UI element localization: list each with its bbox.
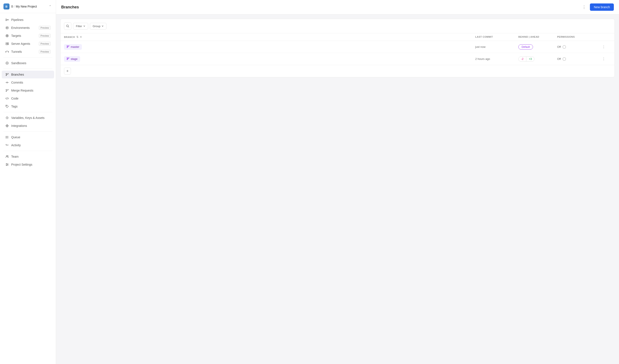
sidebar-item-code[interactable]: Code [2, 94, 54, 102]
sidebar: B B / My New Project ⌃ Pipelines [0, 0, 56, 364]
server-agents-badge: Preview [39, 42, 51, 46]
svg-point-20 [6, 75, 7, 76]
svg-point-47 [7, 156, 8, 156]
stage-behind-ahead: -2 +3 [518, 56, 557, 62]
toolbar: Filter Group [61, 19, 615, 33]
master-permissions-off: Off [557, 45, 561, 48]
expand-button[interactable]: ⌃ [48, 4, 52, 10]
ahead-number: +3 [526, 57, 535, 61]
pipelines-label: Pipelines [11, 18, 24, 22]
svg-point-11 [7, 36, 7, 36]
tunnels-badge: Preview [39, 50, 51, 54]
branch-git-icon [67, 45, 70, 49]
sidebar-item-variables[interactable]: Variables, Keys & Assets [2, 114, 54, 122]
tunnels-icon [5, 50, 9, 54]
svg-rect-44 [6, 137, 6, 137]
svg-line-55 [68, 27, 69, 27]
sidebar-item-environments[interactable]: Environments Preview [2, 24, 54, 32]
sidebar-item-sandboxes[interactable]: Sandboxes [2, 59, 54, 67]
team-label: Team [11, 155, 18, 158]
clear-filter-icon[interactable]: ✕ [80, 36, 82, 39]
svg-point-28 [8, 89, 8, 90]
master-permissions: Off [557, 45, 600, 49]
sort-icon: ⇅ [76, 36, 79, 39]
add-branch-button[interactable]: + [64, 68, 71, 75]
stage-last-commit: 2 hours ago [475, 57, 518, 61]
master-menu-button[interactable]: ⋮ [600, 44, 607, 50]
search-button[interactable] [64, 22, 71, 30]
default-badge: Default [518, 44, 533, 50]
nav-divider-4 [3, 131, 52, 132]
more-options-button[interactable]: ⋮ [581, 3, 587, 11]
col-actions-header [600, 36, 611, 39]
stage-permissions: Off [557, 57, 600, 61]
svg-rect-36 [7, 126, 8, 127]
branch-tag-stage[interactable]: stage [64, 56, 80, 62]
branch-col-label: BRANCH [64, 36, 75, 38]
col-last-commit-header: LAST COMMIT [475, 36, 518, 39]
svg-point-21 [8, 73, 8, 74]
table-row: stage 2 hours ago -2 +3 Off ⋮ [61, 53, 615, 65]
sidebar-item-queue[interactable]: Queue [2, 133, 54, 141]
svg-rect-45 [6, 138, 6, 138]
variables-label: Variables, Keys & Assets [11, 116, 45, 120]
breadcrumb: B / My New Project [11, 5, 46, 8]
project-name: My New Project [16, 5, 37, 8]
svg-point-31 [6, 106, 7, 106]
svg-point-19 [6, 73, 7, 74]
environments-label: Environments [11, 26, 30, 29]
sidebar-item-targets[interactable]: Targets Preview [2, 32, 54, 40]
svg-rect-17 [8, 52, 9, 52]
sidebar-item-activity[interactable]: Activity [2, 141, 54, 149]
page-title: Branches [61, 5, 79, 10]
master-toggle[interactable] [563, 45, 566, 49]
new-branch-button[interactable]: New branch [590, 3, 614, 11]
header-actions: ⋮ New branch [581, 3, 614, 11]
svg-point-56 [67, 45, 68, 46]
code-label: Code [11, 97, 18, 100]
queue-icon [5, 135, 9, 139]
behind-number: -2 [519, 57, 526, 61]
tags-icon [5, 105, 9, 108]
svg-point-26 [6, 89, 7, 90]
sidebar-item-server-agents[interactable]: Server Agents Preview [2, 40, 54, 48]
targets-label: Targets [11, 34, 21, 38]
nav-divider-5 [3, 151, 52, 151]
breadcrumb-separator: / [14, 5, 15, 8]
svg-point-62 [69, 57, 69, 58]
sidebar-item-team[interactable]: Team [2, 153, 54, 161]
nav-divider-2 [3, 69, 52, 69]
group-label: Group [93, 25, 100, 28]
sidebar-item-pipelines[interactable]: Pipelines [2, 16, 54, 24]
sidebar-item-tags[interactable]: Tags [2, 103, 54, 110]
svg-point-0 [6, 19, 6, 20]
sidebar-item-merge-requests[interactable]: Merge Requests [2, 87, 54, 94]
sidebar-item-integrations[interactable]: Integrations [2, 122, 54, 130]
targets-icon [5, 34, 9, 38]
stage-toggle[interactable] [563, 57, 566, 61]
page-header: Branches ⋮ New branch [56, 0, 619, 14]
filter-button[interactable]: Filter [73, 23, 88, 29]
project-settings-label: Project Settings [11, 163, 32, 166]
branches-label: Branches [11, 73, 24, 76]
branch-tag-master[interactable]: master [64, 44, 82, 50]
tunnels-label: Tunnels [11, 50, 22, 54]
stage-menu-button[interactable]: ⋮ [600, 56, 607, 62]
sidebar-nav: Pipelines Environments Preview Targets P… [0, 13, 56, 364]
behind-ahead-badge: -2 +3 [518, 56, 535, 62]
branches-table: BRANCH ⇅ ✕ LAST COMMIT BEHIND | AHEAD PE… [61, 33, 615, 77]
sidebar-item-project-settings[interactable]: Project Settings [2, 161, 54, 168]
col-branch-header: BRANCH ⇅ ✕ [64, 36, 475, 39]
integrations-label: Integrations [11, 124, 27, 127]
team-icon [5, 155, 9, 159]
svg-point-53 [6, 165, 7, 166]
app-logo: B [3, 3, 10, 10]
svg-line-30 [7, 97, 7, 99]
group-button[interactable]: Group [90, 23, 106, 29]
svg-point-1 [6, 20, 6, 21]
stage-permissions-off: Off [557, 57, 561, 61]
code-icon [5, 96, 9, 100]
sidebar-item-tunnels[interactable]: Tunnels Preview [2, 48, 54, 55]
sidebar-item-branches[interactable]: Branches [2, 71, 54, 78]
sidebar-item-commits[interactable]: Commits [2, 79, 54, 86]
